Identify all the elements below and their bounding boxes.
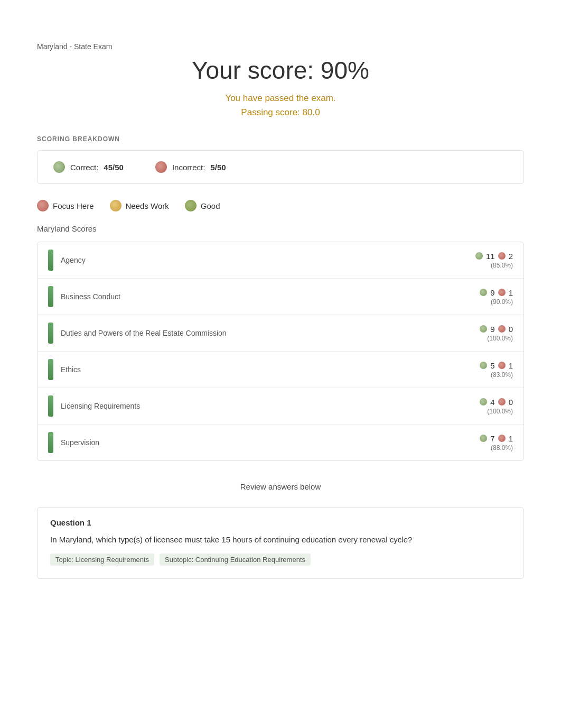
score-title: Your score: 90%	[37, 56, 524, 85]
duties-correct: 9	[490, 325, 494, 334]
agency-correct: 11	[486, 252, 495, 261]
pass-message: You have passed the exam. Passing score:…	[37, 91, 524, 119]
agency-pct: (85.0%)	[491, 262, 513, 269]
duties-incorrect: 0	[509, 325, 513, 334]
table-row: Duties and Powers of the Real Estate Com…	[38, 315, 523, 352]
agency-incorrect-dot	[498, 252, 506, 260]
supervision-correct: 7	[490, 434, 494, 443]
duties-incorrect-dot	[498, 325, 506, 333]
maryland-scores-label: Maryland Scores	[37, 224, 524, 233]
bar-icon-licensing	[48, 395, 53, 417]
incorrect-label: Incorrect:	[172, 163, 205, 172]
subtopic-tag: Subtopic: Continuing Education Requireme…	[160, 554, 311, 566]
needs-work-label: Needs Work	[126, 201, 169, 210]
supervision-correct-dot	[480, 435, 487, 442]
incorrect-dot	[155, 161, 167, 173]
agency-incorrect: 2	[509, 252, 513, 261]
supervision-incorrect-dot	[498, 435, 506, 442]
incorrect-value: 5/50	[210, 163, 226, 172]
duties-pct: (100.0%)	[487, 335, 513, 342]
question-text: In Maryland, which type(s) of licensee m…	[50, 533, 511, 546]
focus-here-label: Focus Here	[53, 201, 94, 210]
topic-business: Business Conduct	[61, 292, 120, 301]
ethics-incorrect: 1	[509, 361, 513, 370]
question-number: Question 1	[50, 518, 511, 527]
table-row: Ethics 5 1 (83.0%)	[38, 352, 523, 388]
question-card: Question 1 In Maryland, which type(s) of…	[37, 507, 524, 579]
table-row: Supervision 7 1 (88.0%)	[38, 425, 523, 460]
agency-correct-dot	[475, 252, 483, 260]
licensing-incorrect: 0	[509, 398, 513, 407]
correct-value: 45/50	[104, 163, 124, 172]
business-incorrect-dot	[498, 289, 506, 296]
scoring-card: Correct: 45/50 Incorrect: 5/50	[37, 150, 524, 184]
bar-icon-ethics	[48, 359, 53, 380]
duties-correct-dot	[480, 325, 487, 333]
licensing-correct-dot	[480, 398, 487, 406]
good-label: Good	[201, 201, 220, 210]
bar-icon-supervision	[48, 432, 53, 453]
supervision-incorrect: 1	[509, 434, 513, 443]
licensing-correct: 4	[490, 398, 494, 407]
table-row: Business Conduct 9 1 (90.0%)	[38, 279, 523, 315]
licensing-incorrect-dot	[498, 398, 506, 406]
business-correct: 9	[490, 288, 494, 297]
good-dot	[185, 200, 197, 211]
table-row: Agency 11 2 (85.0%)	[38, 242, 523, 279]
correct-item: Correct: 45/50	[53, 161, 124, 173]
topic-licensing: Licensing Requirements	[61, 402, 140, 410]
table-row: Licensing Requirements 4 0 (100.0%)	[38, 388, 523, 425]
bar-icon-business	[48, 286, 53, 307]
business-pct: (90.0%)	[491, 298, 513, 306]
legend-good: Good	[185, 200, 220, 211]
bar-icon-agency	[48, 250, 53, 271]
legend-needs-work: Needs Work	[110, 200, 169, 211]
ethics-pct: (83.0%)	[491, 371, 513, 379]
supervision-pct: (88.0%)	[491, 444, 513, 451]
incorrect-item: Incorrect: 5/50	[155, 161, 226, 173]
needs-work-dot	[110, 200, 121, 211]
ethics-incorrect-dot	[498, 362, 506, 369]
bar-icon-duties	[48, 322, 53, 344]
scores-card: Agency 11 2 (85.0%) Business Conduct	[37, 242, 524, 461]
legend-section: Focus Here Needs Work Good	[37, 200, 524, 211]
review-label: Review answers below	[37, 482, 524, 491]
legend-focus-here: Focus Here	[37, 200, 94, 211]
correct-dot	[53, 161, 65, 173]
ethics-correct-dot	[480, 362, 487, 369]
topic-agency: Agency	[61, 256, 86, 264]
ethics-correct: 5	[490, 361, 494, 370]
topic-duties: Duties and Powers of the Real Estate Com…	[61, 329, 227, 337]
licensing-pct: (100.0%)	[487, 408, 513, 415]
topic-tag: Topic: Licensing Requirements	[50, 554, 154, 566]
business-correct-dot	[480, 289, 487, 296]
passing-score: Passing score: 80.0	[37, 105, 524, 119]
exam-label: Maryland - State Exam	[37, 42, 524, 51]
scoring-breakdown-label: SCORING BREAKDOWN	[37, 135, 524, 143]
correct-label: Correct:	[70, 163, 98, 172]
business-incorrect: 1	[509, 288, 513, 297]
topic-ethics: Ethics	[61, 365, 81, 374]
pass-text: You have passed the exam.	[37, 91, 524, 105]
focus-here-dot	[37, 200, 49, 211]
topic-supervision: Supervision	[61, 438, 99, 447]
question-tags: Topic: Licensing Requirements Subtopic: …	[50, 554, 511, 566]
